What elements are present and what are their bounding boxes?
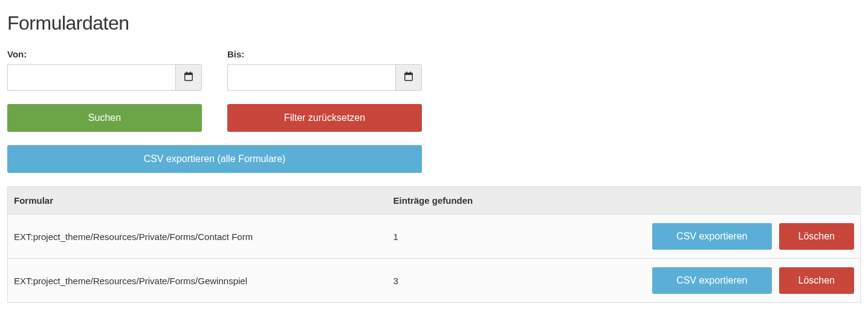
page-title: Formulardaten [7,12,861,34]
to-date-input[interactable] [227,64,395,91]
from-date-group: Von: [7,49,202,91]
export-row-button[interactable]: CSV exportieren [652,267,771,294]
cell-entries: 3 [387,259,526,303]
to-date-group: Bis: [227,49,422,91]
from-date-input[interactable] [7,64,175,91]
results-table-wrap: Formular Einträge gefunden EXT:project_t… [7,186,861,303]
cell-actions: CSV exportierenLöschen [526,259,861,303]
calendar-icon [184,71,193,83]
table-header-row: Formular Einträge gefunden [8,187,861,215]
table-row: EXT:project_theme/Resources/Private/Form… [8,215,861,259]
cell-form: EXT:project_theme/Resources/Private/Form… [8,259,387,303]
date-filter-bar: Von: Bis: [7,49,861,91]
delete-row-button[interactable]: Löschen [779,223,855,250]
from-label: Von: [7,49,202,59]
cell-form: EXT:project_theme/Resources/Private/Form… [8,215,387,259]
to-input-group [227,64,422,91]
to-datepicker-button[interactable] [395,64,422,91]
table-row: EXT:project_theme/Resources/Private/Form… [8,259,861,303]
col-actions-header [526,187,861,215]
export-row-button[interactable]: CSV exportieren [652,223,771,250]
action-row-2: CSV exportieren (alle Formulare) [7,145,861,173]
results-table: Formular Einträge gefunden EXT:project_t… [7,186,861,303]
from-input-group [7,64,202,91]
calendar-icon [404,71,413,83]
reset-filter-button[interactable]: Filter zurücksetzen [227,104,422,132]
cell-entries: 1 [387,215,526,259]
search-button[interactable]: Suchen [7,104,202,132]
delete-row-button[interactable]: Löschen [779,267,855,294]
to-label: Bis: [227,49,422,59]
export-all-button[interactable]: CSV exportieren (alle Formulare) [7,145,422,173]
action-row-1: Suchen Filter zurücksetzen [7,104,861,132]
col-form-header: Formular [8,187,387,215]
cell-actions: CSV exportierenLöschen [526,215,861,259]
from-datepicker-button[interactable] [175,64,202,91]
col-entries-header: Einträge gefunden [387,187,526,215]
